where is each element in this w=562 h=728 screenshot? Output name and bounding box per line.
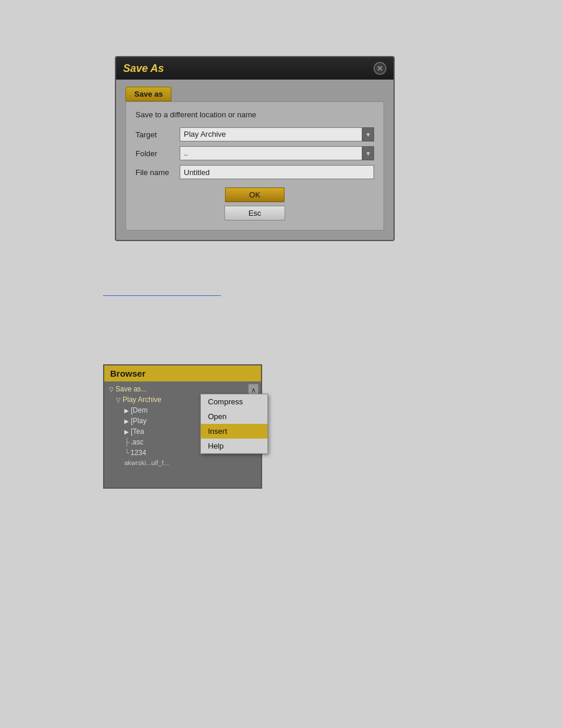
underline-link[interactable]	[103, 288, 221, 296]
context-menu: Compress Open Insert Help	[200, 394, 268, 454]
context-menu-item-open[interactable]: Open	[201, 409, 267, 424]
tree-item-label: Play Archive	[123, 396, 161, 404]
dialog-close-button[interactable]: ✕	[373, 62, 386, 75]
context-menu-item-insert[interactable]: Insert	[201, 424, 267, 439]
target-field-wrapper: Play Archive ▼	[180, 127, 374, 141]
tree-arrow-icon: ▽	[109, 386, 114, 393]
save-description: Save to a different location or name	[135, 110, 374, 119]
tab-content-area: Save to a different location or name Tar…	[125, 101, 384, 230]
filename-label: File name	[135, 168, 180, 177]
tree-item-label: 1234	[131, 449, 147, 457]
dialog-body: Save as Save to a different location or …	[116, 80, 394, 240]
tree-item-label: [Dem	[131, 406, 148, 414]
tree-item-label: [Play	[131, 417, 147, 425]
target-row: Target Play Archive ▼	[135, 127, 374, 141]
folder-dropdown-arrow[interactable]: ▼	[362, 146, 374, 160]
tree-arrow-icon: ▶	[124, 407, 129, 414]
target-label: Target	[135, 130, 180, 139]
tree-item-label: .asc	[131, 438, 144, 446]
tree-arrow-icon: ▽	[116, 397, 121, 403]
save-as-tab[interactable]: Save as	[125, 87, 171, 101]
tree-arrow-icon: ▶	[124, 429, 129, 435]
target-dropdown-arrow[interactable]: ▼	[362, 127, 374, 141]
tree-item-label: Save as...	[115, 385, 147, 393]
tree-item-label: akwrski...ulf_f...	[124, 459, 169, 466]
target-dropdown[interactable]: Play Archive	[180, 127, 362, 141]
browser-title: Browser	[110, 368, 146, 378]
context-menu-item-help[interactable]: Help	[201, 439, 267, 453]
folder-label: Folder	[135, 149, 180, 158]
folder-field-wrapper: .. ▼	[180, 146, 374, 160]
filename-input[interactable]	[180, 165, 374, 179]
list-item[interactable]: ▽ Save as...	[104, 384, 261, 394]
tree-connector-icon: ├	[124, 438, 130, 446]
folder-row: Folder .. ▼	[135, 146, 374, 160]
save-as-dialog: Save As ✕ Save as Save to a different lo…	[115, 56, 395, 241]
dialog-buttons: OK Esc	[135, 187, 374, 220]
filename-row: File name	[135, 165, 374, 179]
tree-item-label: [Tea	[131, 427, 144, 436]
filename-field-wrapper	[180, 165, 374, 179]
tree-connector-icon: └	[124, 449, 130, 457]
context-menu-item-compress[interactable]: Compress	[201, 394, 267, 409]
browser-titlebar: Browser	[104, 365, 261, 381]
esc-button[interactable]: Esc	[224, 206, 286, 220]
list-item[interactable]: akwrski...ulf_f...	[104, 458, 261, 467]
folder-dropdown[interactable]: ..	[180, 146, 362, 160]
dialog-title: Save As	[123, 62, 164, 75]
dialog-titlebar: Save As ✕	[116, 57, 394, 80]
tree-arrow-icon: ▶	[124, 418, 129, 424]
ok-button[interactable]: OK	[225, 187, 285, 202]
